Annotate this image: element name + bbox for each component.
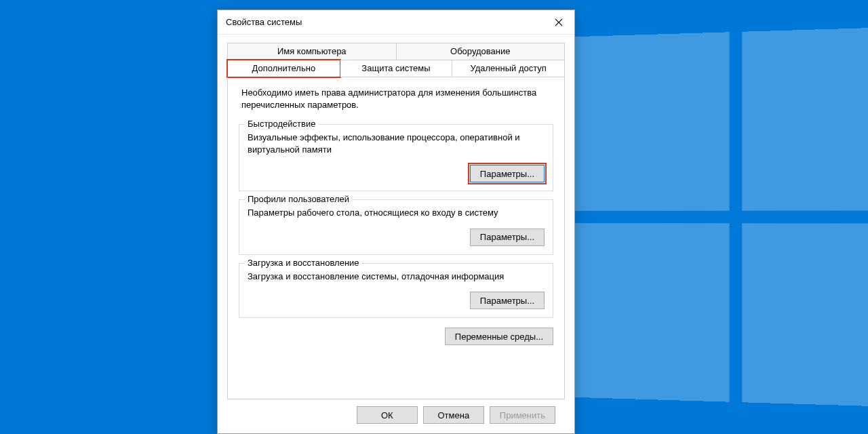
titlebar[interactable]: Свойства системы: [218, 10, 574, 35]
tab-advanced[interactable]: Дополнительно: [227, 60, 340, 77]
ok-button[interactable]: ОК: [357, 406, 418, 424]
group-startup-recovery: Загрузка и восстановление Загрузка и вос…: [239, 263, 553, 319]
performance-settings-button[interactable]: Параметры...: [470, 165, 545, 182]
tab-remote[interactable]: Удаленный доступ: [452, 60, 565, 77]
tab-content-advanced: Необходимо иметь права администратора дл…: [227, 77, 565, 399]
tab-strip: Имя компьютера Оборудование Дополнительн…: [227, 43, 565, 77]
group-user-profiles-legend: Профили пользователей: [245, 194, 352, 204]
user-profiles-settings-button[interactable]: Параметры...: [470, 229, 545, 246]
dialog-footer: ОК Отмена Применить: [227, 399, 565, 424]
windows-logo: [556, 26, 868, 408]
close-button[interactable]: [543, 10, 574, 35]
group-user-profiles-desc: Параметры рабочего стола, относящиеся ко…: [248, 207, 545, 219]
close-icon: [555, 18, 563, 26]
tab-hardware[interactable]: Оборудование: [397, 43, 566, 60]
group-performance-desc: Визуальные эффекты, использование процес…: [248, 132, 545, 155]
group-user-profiles: Профили пользователей Параметры рабочего…: [239, 199, 553, 255]
startup-recovery-settings-button[interactable]: Параметры...: [470, 292, 545, 309]
apply-button[interactable]: Применить: [490, 406, 555, 424]
group-startup-recovery-legend: Загрузка и восстановление: [245, 258, 362, 268]
tab-system-protection[interactable]: Защита системы: [340, 60, 453, 77]
group-startup-recovery-desc: Загрузка и восстановление системы, отлад…: [248, 271, 545, 283]
cancel-button[interactable]: Отмена: [423, 406, 484, 424]
tab-computer-name[interactable]: Имя компьютера: [227, 43, 397, 60]
system-properties-dialog: Свойства системы Имя компьютера Оборудов…: [217, 9, 575, 434]
desktop: Свойства системы Имя компьютера Оборудов…: [0, 0, 868, 434]
intro-text: Необходимо иметь права администратора дл…: [239, 87, 553, 116]
dialog-title: Свойства системы: [226, 17, 543, 27]
environment-variables-button[interactable]: Переменные среды...: [445, 328, 553, 345]
group-performance: Быстродействие Визуальные эффекты, испол…: [239, 124, 553, 191]
group-performance-legend: Быстродействие: [245, 119, 318, 129]
